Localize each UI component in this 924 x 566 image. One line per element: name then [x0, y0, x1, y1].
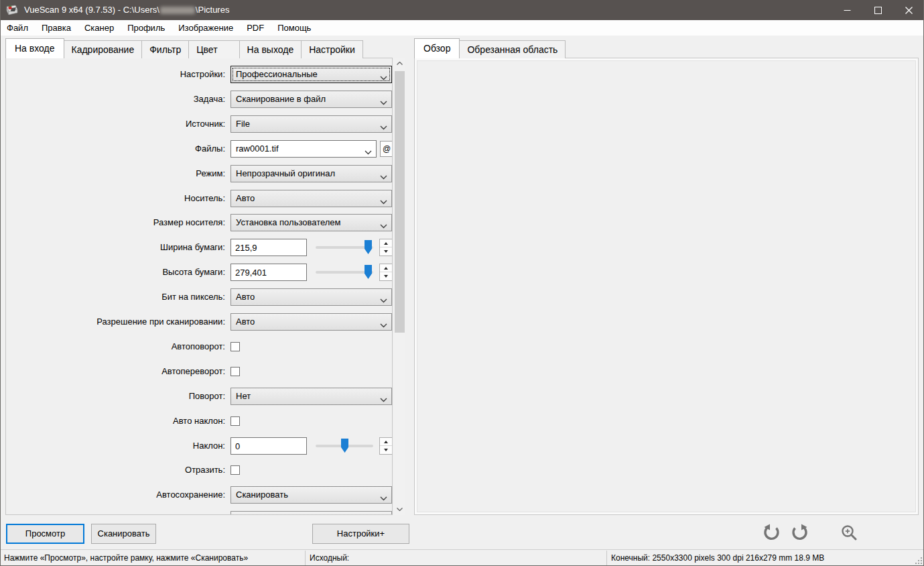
chevron-down-icon: [380, 394, 387, 404]
slider-thumb[interactable]: [341, 439, 348, 453]
maximize-icon: [874, 7, 882, 14]
spinner-down-button[interactable]: [380, 247, 392, 256]
task-label: Задача:: [6, 91, 225, 108]
mirror-checkbox[interactable]: [230, 465, 240, 475]
chevron-down-icon: [380, 97, 387, 107]
tab-input[interactable]: На входе: [5, 38, 64, 58]
status-output-info: Конечный: 2550x3300 pixels 300 dpi 216x2…: [611, 550, 824, 566]
resize-grip-icon[interactable]: [915, 557, 923, 565]
auto-save-select[interactable]: Сканировать: [230, 486, 392, 504]
menu-item-edit[interactable]: Правка: [35, 20, 78, 36]
form-row-files: Файлы:raw0001.tif@: [6, 140, 392, 158]
files-combo[interactable]: raw0001.tif: [230, 140, 377, 158]
bits-per-pixel-label: Бит на пиксель:: [6, 288, 225, 306]
left-panel-scrollbar[interactable]: [394, 58, 405, 515]
source-select[interactable]: File: [230, 115, 392, 133]
skew-spinner: [379, 437, 393, 455]
mode-select[interactable]: Непрозрачный оригинал: [230, 165, 392, 182]
left-tab-bar: На входеКадрированиеФильтрЦветНа выходеН…: [5, 38, 362, 58]
triangle-up-icon: [384, 242, 388, 245]
zoom-in-button[interactable]: [839, 524, 859, 544]
menu-item-help[interactable]: Помощь: [271, 20, 318, 36]
bits-per-pixel-select[interactable]: Авто: [230, 288, 392, 306]
paper-width-slider[interactable]: [316, 239, 373, 256]
menu-item-file[interactable]: Файл: [0, 20, 35, 36]
paper-width-input[interactable]: [230, 239, 307, 256]
form-row-auto-flip: Автопереворот:: [6, 363, 392, 380]
menu-item-scanner[interactable]: Сканер: [78, 20, 121, 36]
scrollbar-up-button[interactable]: [394, 58, 405, 69]
spinner-up-button[interactable]: [380, 438, 392, 446]
media-size-select[interactable]: Установка пользователем: [230, 214, 392, 231]
menu-item-pdf[interactable]: PDF: [240, 20, 271, 36]
spinner-down-button[interactable]: [380, 272, 392, 280]
form-row-mirror: Отразить:: [6, 461, 392, 479]
rotate-right-button[interactable]: [789, 524, 809, 544]
auto-rotate-label: Автоповорот:: [6, 338, 225, 355]
scan-button[interactable]: Сканировать: [91, 524, 156, 544]
preview-area[interactable]: [417, 60, 916, 512]
chevron-down-icon: [397, 508, 403, 511]
tab-output[interactable]: На выходе: [239, 40, 302, 58]
paper-height-input[interactable]: [230, 264, 307, 281]
maximize-button[interactable]: [862, 0, 893, 20]
chevron-down-icon: [380, 172, 387, 182]
form-row-bits-per-pixel: Бит на пиксель:Авто: [6, 288, 392, 306]
options-plus-button[interactable]: Настройки+: [312, 524, 409, 544]
input-settings-panel: Настройки:ПрофессиональныеЗадача:Сканиро…: [5, 58, 393, 515]
auto-skew-checkbox[interactable]: [230, 416, 240, 426]
skew-label: Наклон:: [6, 437, 225, 455]
settings-label: Настройки:: [6, 66, 225, 83]
status-hint: Нажмите «Просмотр», настройте рамку, наж…: [4, 550, 248, 566]
slider-thumb[interactable]: [365, 240, 372, 254]
media-label: Носитель:: [6, 190, 225, 207]
files-label: Файлы:: [6, 140, 225, 158]
tab-crop[interactable]: Кадрирование: [64, 40, 143, 58]
rotate-left-button[interactable]: [761, 524, 781, 544]
partial-select[interactable]: [230, 511, 392, 515]
scrollbar-down-button[interactable]: [394, 504, 405, 515]
minimize-button[interactable]: [832, 0, 862, 20]
auto-flip-label: Автопереворот:: [6, 363, 225, 380]
triangle-down-icon: [384, 275, 388, 278]
preview-button[interactable]: Просмотр: [6, 524, 84, 544]
paper-width-label: Ширина бумаги:: [6, 239, 225, 256]
slider-thumb[interactable]: [365, 265, 372, 279]
tab-preview[interactable]: Обзор: [414, 38, 460, 58]
spinner-up-button[interactable]: [380, 239, 392, 247]
form-row-scan-resolution: Разрешение при сканировании:Авто: [6, 313, 392, 331]
skew-slider[interactable]: [316, 437, 373, 455]
form-row-partial: [6, 511, 392, 515]
tab-color[interactable]: Цвет: [188, 40, 239, 58]
files-at-button[interactable]: @: [380, 141, 393, 157]
form-row-settings: Настройки:Профессиональные: [6, 66, 392, 83]
tab-prefs[interactable]: Настройки: [301, 40, 363, 58]
task-select[interactable]: Сканирование в файл: [230, 91, 392, 108]
tab-cropped-area[interactable]: Обрезанная область: [459, 40, 566, 58]
menu-item-image[interactable]: Изображение: [172, 20, 240, 36]
rotation-select[interactable]: Нет: [230, 388, 392, 405]
media-size-label: Размер носителя:: [6, 214, 225, 231]
statusbar-separator: [606, 551, 607, 565]
auto-rotate-checkbox[interactable]: [230, 342, 240, 351]
scan-resolution-select[interactable]: Авто: [230, 313, 392, 331]
paper-height-slider[interactable]: [316, 264, 373, 281]
tab-filter[interactable]: Фильтр: [141, 40, 189, 58]
form-row-rotation: Поворот:Нет: [6, 388, 392, 405]
close-button[interactable]: [893, 0, 924, 20]
menu-item-profile[interactable]: Профиль: [121, 20, 172, 36]
app-icon: [5, 3, 19, 17]
chevron-up-icon: [397, 62, 403, 65]
mode-label: Режим:: [6, 165, 225, 182]
chevron-down-icon: [380, 221, 387, 231]
form-row-task: Задача:Сканирование в файл: [6, 91, 392, 108]
mirror-label: Отразить:: [6, 461, 225, 479]
settings-select[interactable]: Профессиональные: [230, 66, 392, 83]
zoom-in-icon: [840, 524, 858, 542]
skew-input[interactable]: [230, 437, 307, 455]
media-select[interactable]: Авто: [230, 190, 392, 207]
spinner-up-button[interactable]: [380, 264, 392, 272]
scrollbar-thumb[interactable]: [395, 71, 405, 333]
spinner-down-button[interactable]: [380, 446, 392, 454]
auto-flip-checkbox[interactable]: [230, 367, 240, 376]
